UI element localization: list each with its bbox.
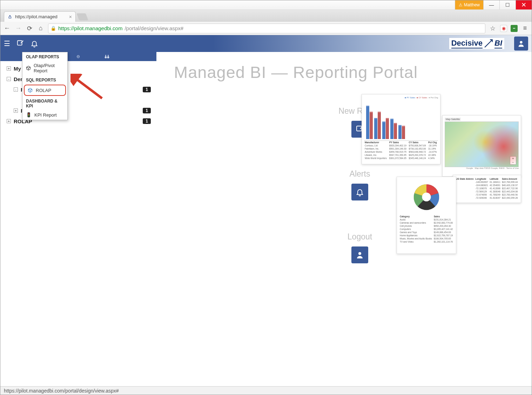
cube-blue-icon	[27, 87, 33, 93]
tree-expander-icon[interactable]: -	[14, 87, 18, 92]
svg-point-7	[28, 113, 29, 114]
address-bar[interactable]: 🔒 https://pilot.managedbi.com/portal/des…	[48, 24, 485, 33]
user-profile-button[interactable]	[514, 37, 528, 51]
url-path-part: /portal/design/view.aspx#	[124, 25, 183, 31]
logo-text-left: Decisive	[451, 39, 483, 48]
new-report-dropdown: OLAP REPORTSOlap/Pivot ReportSQL REPORTS…	[22, 52, 68, 120]
cube-icon	[26, 65, 31, 71]
app-header: ☰ Decisive BI	[0, 35, 532, 52]
extension-icon-2[interactable]: ••	[511, 25, 518, 32]
main-split: ⊖ +My-Den-F1S+F1+ROLAP1 OLAP REPORTSOlap…	[0, 52, 532, 387]
svg-point-13	[422, 192, 431, 201]
logo-arrow-icon	[484, 39, 493, 48]
logo-text-right: BI	[494, 39, 502, 48]
thumbnail-pie-chart: CategorySalesAudio$151,814,384.21Cameras…	[397, 177, 456, 254]
browser-tab[interactable]: ⩟ https://pilot.managed ×	[4, 11, 76, 22]
tree-expander-icon[interactable]: +	[7, 119, 11, 123]
new-tab-button[interactable]	[76, 13, 88, 20]
thumbnail-bar-chart: ■ PY Sales ■ CY Sales ● Pct Chg Manufact…	[362, 94, 440, 164]
svg-point-8	[28, 114, 29, 116]
svg-point-2	[105, 56, 107, 58]
bell-icon[interactable]	[31, 40, 38, 47]
url-secure-part: https://pilot.managedbi.com	[58, 25, 122, 31]
dropdown-section-header: DASHBOARD & KPI	[22, 97, 67, 110]
svg-rect-5	[108, 55, 108, 57]
window-maximize-button[interactable]: ☐	[499, 0, 516, 9]
svg-point-3	[107, 56, 109, 58]
report-thumbnails: ■ PY Sales ■ CY Sales ● Pct Chg Manufact…	[360, 94, 521, 263]
sidebar: ⊖ +My-Den-F1S+F1+ROLAP1 OLAP REPORTSOlap…	[0, 52, 156, 387]
dropdown-item-label: ROLAP	[36, 88, 51, 93]
tree-label: My	[14, 66, 21, 72]
back-button[interactable]: ←	[3, 25, 11, 32]
dropdown-item-olap-pivot-report[interactable]: Olap/Pivot Report	[22, 61, 67, 75]
dropdown-item-rolap[interactable]: ROLAP	[24, 85, 66, 96]
svg-point-9	[28, 116, 29, 117]
count-badge: 1	[143, 108, 151, 113]
edit-icon[interactable]	[16, 40, 24, 47]
count-badge: 1	[143, 118, 151, 124]
chrome-menu-icon[interactable]: ≡	[521, 25, 529, 32]
dropdown-item-kpi-report[interactable]: KPI Report	[22, 110, 67, 120]
windows-user-label: Matthew	[464, 2, 480, 7]
tree-expander-icon[interactable]: +	[7, 66, 11, 71]
dropdown-item-label: Olap/Pivot Report	[34, 63, 64, 73]
browser-statusbar: https://pilot.managedbi.com/portal/desig…	[0, 386, 532, 395]
lock-icon: 🔒	[50, 26, 56, 31]
content-area: Managed BI — Reporting Portal New Report…	[156, 52, 532, 387]
app-logo: Decisive BI	[449, 38, 504, 49]
tab-close-icon[interactable]: ×	[69, 14, 72, 20]
binoculars-icon[interactable]	[105, 54, 156, 59]
count-badge: 1	[143, 87, 151, 92]
tree-expander-icon[interactable]: +	[14, 108, 18, 113]
window-close-button[interactable]: ✕	[516, 0, 532, 9]
dropdown-item-label: KPI Report	[34, 112, 57, 118]
bookmark-star-icon[interactable]: ☆	[489, 25, 497, 32]
svg-point-1	[520, 41, 522, 44]
site-favicon-icon: ⩟	[8, 14, 12, 19]
hamburger-menu-icon[interactable]: ☰	[4, 39, 10, 48]
tree-expander-icon[interactable]: -	[7, 77, 11, 81]
traffic-light-icon	[26, 112, 32, 118]
browser-tab-strip: ⩟ https://pilot.managed ×	[0, 10, 532, 22]
reload-button[interactable]: ⟳	[26, 25, 33, 32]
tab-title: https://pilot.managed	[15, 14, 58, 19]
page-title: Managed BI — Reporting Portal	[174, 62, 525, 82]
map-zoom-controls: +−	[510, 156, 516, 165]
thumbnail-data-table: US State AbbrevLongitudeLatitudeSales Am…	[453, 175, 521, 203]
browser-toolbar: ← → ⟳ ⌂ 🔒 https://pilot.managedbi.com/po…	[0, 22, 532, 35]
svg-rect-4	[105, 55, 106, 57]
forward-button: →	[14, 25, 22, 32]
dropdown-section-header: SQL REPORTS	[22, 75, 67, 84]
warning-icon: ⚠	[459, 2, 463, 7]
windows-user-badge: ⚠ Matthew	[455, 0, 483, 9]
statusbar-text: https://pilot.managedbi.com/portal/desig…	[4, 388, 119, 394]
home-button[interactable]: ⌂	[37, 25, 45, 32]
dropdown-section-header: OLAP REPORTS	[22, 52, 67, 61]
extension-icon-1[interactable]: ◉	[500, 25, 507, 32]
windows-titlebar: ⚠ Matthew — ☐ ✕	[0, 0, 532, 10]
annotation-arrow-icon	[70, 74, 106, 102]
thumbnail-map: Map Satellite +− Google Map data ©2015 G…	[442, 115, 521, 177]
window-minimize-button[interactable]: —	[483, 0, 499, 9]
